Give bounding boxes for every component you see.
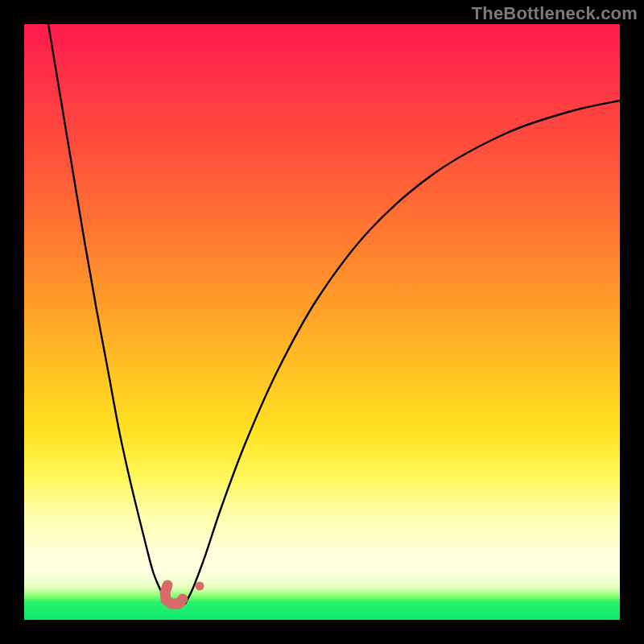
plot-area [24, 24, 620, 620]
optimal-marker-group [165, 582, 204, 605]
chart-frame: TheBottleneck.com [0, 0, 644, 644]
optimal-dot [196, 582, 204, 591]
bottleneck-right-branch [185, 101, 620, 604]
watermark-text: TheBottleneck.com [472, 3, 638, 24]
optimal-blob [165, 585, 183, 604]
bottleneck-left-branch [48, 24, 169, 604]
curve-layer [24, 24, 620, 620]
